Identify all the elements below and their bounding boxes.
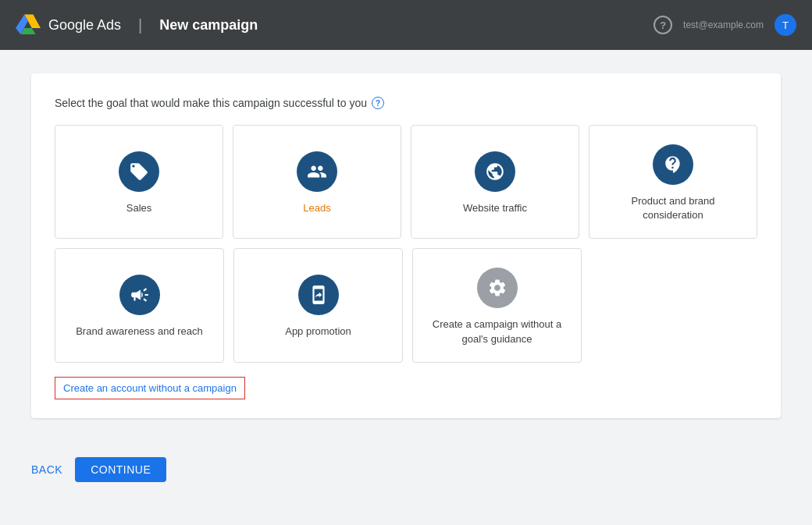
leads-label: Leads: [303, 201, 330, 215]
website-traffic-label: Website traffic: [463, 201, 527, 215]
product-brand-label: Product and brand consideration: [602, 194, 744, 222]
continue-button[interactable]: CONTINUE: [75, 457, 166, 482]
goal-grid-row2: Brand awareness and reach App promotion …: [55, 248, 582, 362]
no-campaign-link[interactable]: Create an account without a campaign: [55, 377, 245, 399]
goal-card-sales[interactable]: Sales: [55, 125, 223, 239]
goal-card-no-goal[interactable]: Create a campaign without a goal's guida…: [412, 248, 582, 362]
goal-card-app-promotion[interactable]: App promotion: [233, 248, 403, 362]
page-title: New campaign: [159, 17, 258, 34]
header-right-area: ? test@example.com T: [654, 14, 796, 36]
sales-label: Sales: [126, 201, 152, 215]
product-brand-icon: [653, 144, 693, 185]
goal-prompt-text-area: Select the goal that would make this cam…: [55, 97, 757, 109]
brand-awareness-label: Brand awareness and reach: [76, 325, 203, 339]
help-button[interactable]: ?: [654, 16, 672, 34]
sales-icon: [119, 151, 159, 192]
logo-area: Google Ads | New campaign: [16, 12, 258, 37]
app-promotion-label: App promotion: [285, 325, 351, 339]
goal-grid-row1: Sales Leads Website traffic: [55, 125, 757, 239]
no-goal-label: Create a campaign without a goal's guida…: [426, 317, 568, 346]
main-content: Select the goal that would make this cam…: [0, 50, 812, 442]
goal-card-product-brand[interactable]: Product and brand consideration: [589, 125, 757, 239]
goal-prompt-help-icon[interactable]: ?: [372, 97, 384, 109]
user-avatar[interactable]: T: [775, 14, 796, 36]
header-divider: |: [138, 16, 142, 34]
website-traffic-icon: [475, 151, 515, 192]
campaign-goal-card: Select the goal that would make this cam…: [31, 73, 781, 418]
goal-card-website-traffic[interactable]: Website traffic: [411, 125, 579, 239]
google-ads-logo-icon: [16, 12, 41, 37]
goal-card-brand-awareness[interactable]: Brand awareness and reach: [55, 248, 224, 362]
app-name-label: Google Ads: [48, 17, 121, 34]
user-email-label: test@example.com: [683, 20, 764, 30]
brand-awareness-icon: [119, 275, 160, 315]
no-goal-icon: [477, 268, 518, 308]
leads-icon: [297, 151, 337, 192]
goal-card-leads[interactable]: Leads: [233, 125, 401, 239]
bottom-actions-bar: BACK CONTINUE: [0, 442, 812, 498]
goal-prompt-text: Select the goal that would make this cam…: [55, 97, 367, 109]
back-button[interactable]: BACK: [31, 463, 62, 476]
app-header: Google Ads | New campaign ? test@example…: [0, 0, 812, 50]
app-promotion-icon: [298, 275, 339, 315]
